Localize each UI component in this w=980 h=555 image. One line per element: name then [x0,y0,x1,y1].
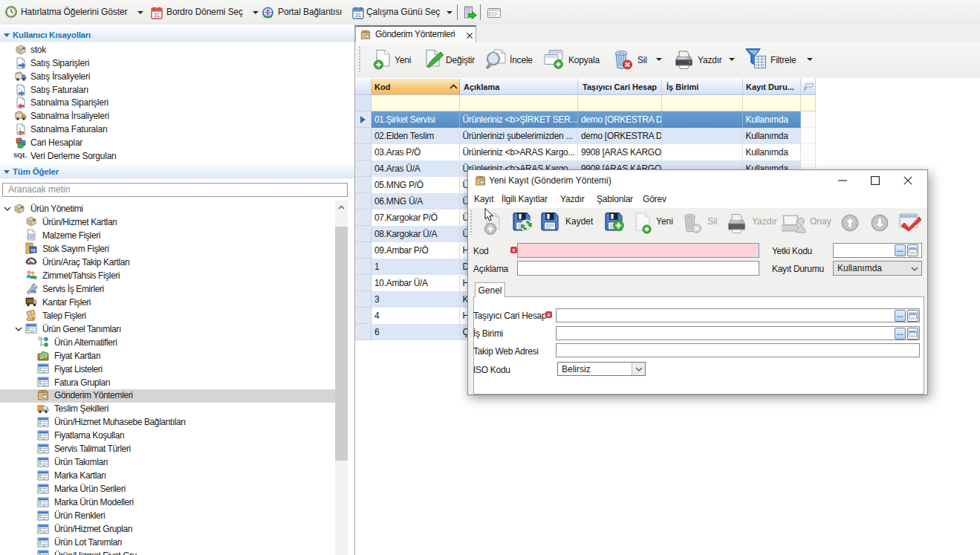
svg-text:58: 58 [30,248,36,253]
svg-text:31: 31 [154,12,160,19]
svg-text:31: 31 [355,12,361,19]
svg-text:300: 300 [27,299,33,303]
svg-text:M: M [30,234,33,238]
